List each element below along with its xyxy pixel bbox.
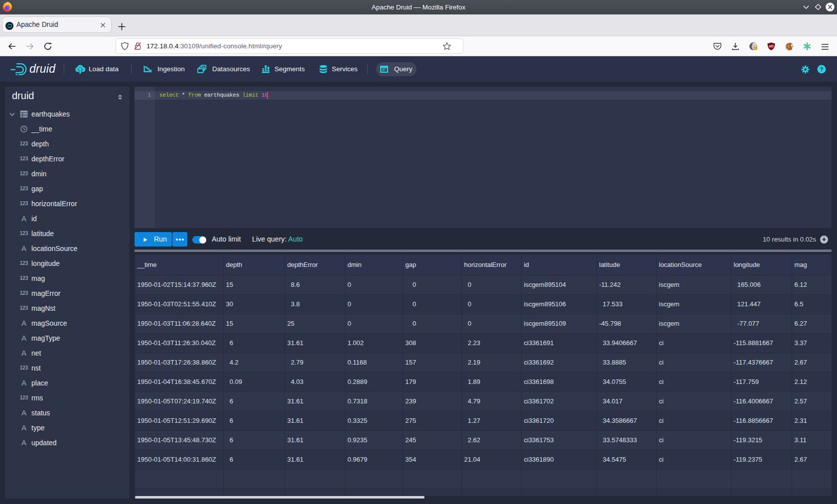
svg-text:uO: uO [769, 44, 773, 48]
svg-text:?: ? [820, 66, 824, 72]
